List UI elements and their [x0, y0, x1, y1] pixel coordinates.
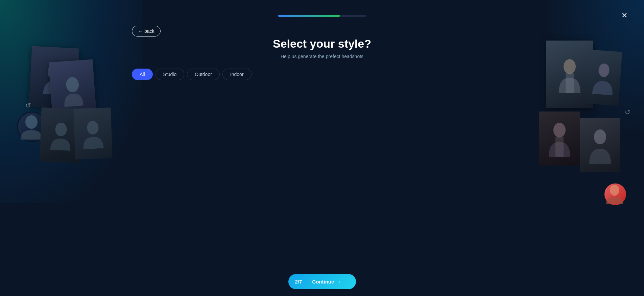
svg-rect-9	[555, 137, 564, 157]
filter-tab-outdoor[interactable]: Outdoor	[187, 69, 220, 80]
svg-point-1	[66, 77, 79, 93]
svg-point-10	[594, 129, 606, 144]
right-photo-bottom-left	[539, 112, 580, 166]
continue-arrow: →	[336, 279, 341, 285]
step-badge: 2/7	[288, 274, 309, 289]
svg-point-3	[55, 122, 67, 136]
svg-point-5	[564, 59, 576, 74]
continue-label: Continue	[312, 279, 334, 285]
right-arrow: ↺	[625, 108, 630, 116]
svg-point-7	[598, 63, 610, 77]
progress-bar-fill	[278, 15, 340, 17]
right-photo-bottom-right	[580, 118, 620, 172]
svg-point-8	[553, 123, 566, 138]
continue-bar: 2/7 Continue →	[288, 274, 356, 289]
continue-button[interactable]: Continue →	[309, 274, 349, 289]
right-panel: ↺	[539, 41, 634, 237]
svg-point-4	[87, 121, 99, 134]
main-content: Select your style? Help us generate the …	[132, 37, 512, 296]
filter-tab-indoor[interactable]: Indoor	[222, 69, 252, 80]
filter-tab-studio[interactable]: Studio	[156, 69, 185, 80]
back-button[interactable]: ← back	[132, 26, 161, 36]
style-grid-container[interactable]	[132, 88, 512, 240]
svg-point-2	[25, 115, 38, 129]
left-photo-small-right	[73, 107, 112, 159]
progress-bar-container	[278, 15, 366, 17]
left-panel: ↺	[10, 41, 125, 216]
page-title: Select your style?	[132, 37, 512, 50]
close-button[interactable]: ✕	[618, 9, 630, 22]
filter-tab-all[interactable]: All	[132, 69, 153, 80]
svg-point-11	[610, 185, 619, 196]
page-subtitle: Help us generate the prefect headshots	[132, 54, 512, 59]
filter-tabs: AllStudioOutdoorIndoor	[132, 69, 512, 80]
left-arrow: ↺	[25, 101, 31, 109]
right-photo-circle	[603, 182, 627, 206]
svg-rect-6	[566, 73, 574, 93]
right-photo-side	[585, 50, 622, 106]
